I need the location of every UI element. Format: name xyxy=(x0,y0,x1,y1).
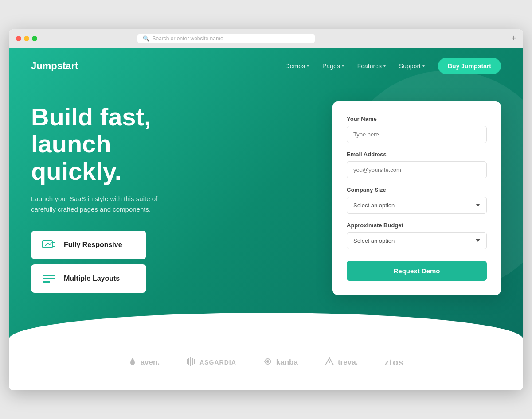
nav-link-features[interactable]: Features ▾ xyxy=(357,62,386,70)
svg-rect-8 xyxy=(192,358,193,365)
chevron-down-icon: ▾ xyxy=(307,63,309,68)
contact-form-card: Your Name Email Address Company Size Sel… xyxy=(332,101,501,295)
hero-body: Build fast,launchquickly. Launch your Sa… xyxy=(9,84,523,339)
nav-item-demos[interactable]: Demos ▾ xyxy=(286,62,309,70)
nav-links: Demos ▾ Pages ▾ Features ▾ xyxy=(286,58,501,74)
treva-text: treva. xyxy=(338,358,358,367)
logo-asgardia: ASGARDIA xyxy=(186,357,236,368)
asgardia-icon xyxy=(186,357,196,368)
feature-badge-responsive[interactable]: Fully Responsive xyxy=(31,231,146,259)
svg-point-12 xyxy=(329,361,330,363)
email-field-group: Email Address xyxy=(347,151,487,178)
feature-badge-layouts[interactable]: Multiple Layouts xyxy=(31,264,146,293)
kanba-text: kanba xyxy=(276,358,298,367)
email-label: Email Address xyxy=(347,151,487,158)
nav-item-support[interactable]: Support ▾ xyxy=(399,62,425,70)
company-size-field-group: Company Size Select an option 1-10 11-50… xyxy=(347,186,487,214)
treva-icon xyxy=(325,357,334,368)
aven-icon xyxy=(128,357,137,368)
asgardia-text: ASGARDIA xyxy=(200,359,236,366)
close-button[interactable] xyxy=(16,36,21,41)
chevron-down-icon: ▾ xyxy=(422,63,425,68)
request-demo-button[interactable]: Request Demo xyxy=(347,261,487,281)
hero-headline: Build fast,launchquickly. xyxy=(31,103,315,185)
nav-item-pages[interactable]: Pages ▾ xyxy=(322,62,344,70)
minimize-button[interactable] xyxy=(24,36,29,41)
address-text: Search or enter website name xyxy=(152,35,223,42)
layouts-label: Multiple Layouts xyxy=(64,275,120,283)
search-icon: 🔍 xyxy=(143,35,149,42)
logo-treva: treva. xyxy=(325,357,358,368)
new-tab-button[interactable]: + xyxy=(511,34,516,43)
browser-window: 🔍 Search or enter website name + Jumpsta… xyxy=(9,29,523,390)
address-bar[interactable]: 🔍 Search or enter website name xyxy=(137,34,315,43)
responsive-label: Fully Responsive xyxy=(64,241,122,249)
svg-rect-1 xyxy=(52,242,55,247)
name-label: Your Name xyxy=(347,116,487,122)
svg-rect-5 xyxy=(187,359,188,364)
logo-ztos: ztos xyxy=(384,357,404,368)
svg-rect-6 xyxy=(188,358,189,365)
buy-button[interactable]: Buy Jumpstart xyxy=(438,58,501,74)
svg-rect-4 xyxy=(43,281,50,283)
svg-point-10 xyxy=(266,360,269,363)
email-input[interactable] xyxy=(347,161,487,178)
responsive-icon xyxy=(41,237,57,253)
browser-chrome: 🔍 Search or enter website name + xyxy=(9,29,523,48)
svg-rect-3 xyxy=(43,278,55,279)
kanba-icon xyxy=(263,357,273,368)
aven-text: aven. xyxy=(141,358,160,367)
logos-section: aven. ASGARDIA kanba xyxy=(9,339,523,390)
hero-subtext: Launch your SaaS in style with this suit… xyxy=(31,194,182,215)
budget-select[interactable]: Select an option < $1,000 $1,000 - $5,00… xyxy=(347,232,487,249)
nav-link-demos[interactable]: Demos ▾ xyxy=(286,62,309,70)
feature-badges-list: Fully Responsive Multiple Layouts xyxy=(31,231,315,293)
logo-aven: aven. xyxy=(128,357,160,368)
nav-link-support[interactable]: Support ▾ xyxy=(399,62,425,70)
layouts-icon xyxy=(41,271,57,287)
ztos-text: ztos xyxy=(384,357,404,368)
chevron-down-icon: ▾ xyxy=(342,63,344,68)
svg-rect-9 xyxy=(194,359,195,364)
maximize-button[interactable] xyxy=(32,36,37,41)
hero-left-content: Build fast,launchquickly. Launch your Sa… xyxy=(31,103,315,293)
hero-section: Jumpstart Demos ▾ Pages ▾ Feature xyxy=(9,48,523,339)
svg-rect-7 xyxy=(190,357,191,366)
name-input[interactable] xyxy=(347,126,487,143)
company-size-select[interactable]: Select an option 1-10 11-50 51-200 200+ xyxy=(347,197,487,214)
nav-item-features[interactable]: Features ▾ xyxy=(357,62,386,70)
budget-field-group: Approximate Budget Select an option < $1… xyxy=(347,222,487,249)
nav-item-cta[interactable]: Buy Jumpstart xyxy=(438,58,501,74)
chevron-down-icon: ▾ xyxy=(383,63,386,68)
browser-traffic-lights xyxy=(16,36,37,41)
logo-kanba: kanba xyxy=(263,357,298,368)
nav-link-pages[interactable]: Pages ▾ xyxy=(322,62,344,70)
svg-rect-2 xyxy=(43,275,55,276)
name-field-group: Your Name xyxy=(347,116,487,143)
navbar: Jumpstart Demos ▾ Pages ▾ Feature xyxy=(9,48,523,84)
budget-label: Approximate Budget xyxy=(347,222,487,229)
company-size-label: Company Size xyxy=(347,186,487,193)
site-logo: Jumpstart xyxy=(31,60,78,72)
